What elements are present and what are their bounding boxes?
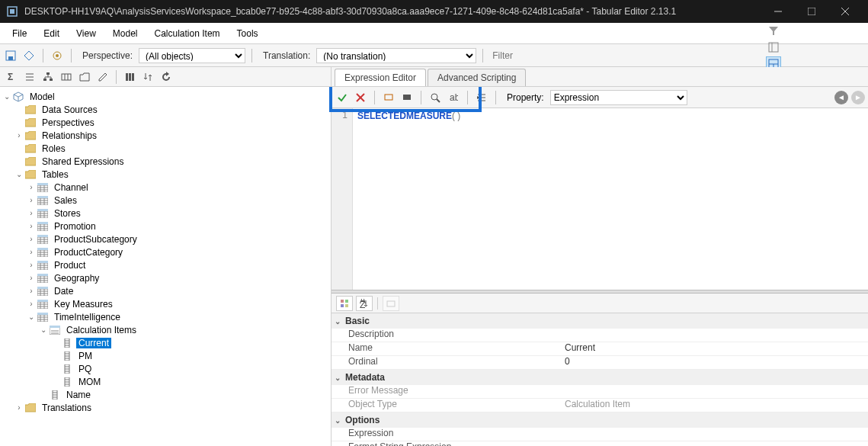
tree-label[interactable]: TimeIntelligence (52, 312, 123, 322)
filter-icon[interactable] (766, 23, 781, 38)
prop-row[interactable]: Expression (332, 428, 868, 441)
tree-node[interactable]: ›Promotion (2, 220, 329, 233)
tree-label[interactable]: Promotion (52, 221, 98, 232)
tree-node[interactable]: ·PM (2, 349, 329, 362)
tree-label[interactable]: Relationships (40, 130, 99, 141)
expand-icon[interactable]: › (26, 300, 37, 308)
collapse-icon[interactable]: ⌄ (26, 313, 37, 321)
edit-icon[interactable] (94, 69, 111, 85)
refresh-icon[interactable] (158, 69, 175, 85)
nav-forward-button[interactable]: ► (851, 91, 865, 104)
tree-node[interactable]: ›Date (2, 284, 329, 297)
menu-tools[interactable]: Tools (229, 25, 266, 42)
tree-label[interactable]: PM (76, 351, 94, 361)
expand-icon[interactable]: › (26, 274, 37, 282)
nav-back-button[interactable]: ◄ (834, 91, 848, 104)
collapse-icon[interactable]: ⌄ (335, 416, 345, 425)
tree-label[interactable]: Date (52, 286, 75, 297)
tree-label[interactable]: Sales (52, 195, 79, 206)
folder-icon[interactable] (76, 69, 93, 85)
collapse-icon[interactable]: ⌄ (2, 92, 12, 101)
prop-row[interactable]: NameCurrent (332, 342, 868, 356)
tree-label[interactable]: ProductSubcategory (52, 234, 139, 245)
connect-icon[interactable] (50, 48, 65, 63)
filter-input[interactable] (489, 48, 678, 63)
code-editor[interactable]: 1 SELECTEDMEASURE( ) (332, 108, 868, 290)
tree-node[interactable]: ›Key Measures (2, 297, 329, 310)
collapse-icon[interactable]: ⌄ (335, 374, 345, 382)
menu-edit[interactable]: Edit (36, 25, 67, 42)
expand-icon[interactable]: › (14, 131, 24, 140)
hierarchy-icon[interactable] (40, 69, 56, 85)
translation-select[interactable]: (No translation) (316, 48, 476, 63)
find-icon[interactable] (428, 90, 443, 105)
tree-node[interactable]: ⌄Model (2, 90, 329, 103)
prop-row[interactable]: Format String Expression (332, 441, 868, 446)
tree-node[interactable]: ·Current (2, 336, 329, 349)
prop-row[interactable]: Description (332, 329, 868, 342)
sigma-icon[interactable]: Σ (3, 69, 20, 85)
tree-label[interactable]: MOM (76, 377, 103, 387)
tree-node[interactable]: ·Name (2, 388, 329, 401)
perspective-select[interactable]: (All objects) (139, 48, 245, 63)
tree-label[interactable]: Key Measures (52, 299, 115, 310)
tree-node[interactable]: ›Relationships (2, 129, 329, 142)
expand-icon[interactable]: › (26, 196, 37, 204)
tree-label[interactable]: Shared Expressions (40, 156, 126, 167)
tree-label[interactable]: Roles (40, 143, 68, 154)
prop-alpha-icon[interactable]: AZ (356, 296, 373, 311)
menu-model[interactable]: Model (105, 25, 146, 42)
uncomment-icon[interactable] (399, 90, 415, 105)
tree-label[interactable]: Translations (40, 403, 94, 413)
collapse-icon[interactable]: ⌄ (14, 170, 24, 178)
tree-node[interactable]: ·Shared Expressions (2, 155, 329, 168)
tree-label[interactable]: Geography (52, 273, 101, 284)
expand-icon[interactable]: › (26, 235, 37, 243)
tree-node[interactable]: ›Translations (2, 401, 329, 414)
tree-label[interactable]: Stores (52, 208, 83, 219)
tree-label[interactable]: Name (64, 390, 93, 400)
close-button[interactable] (828, 0, 862, 23)
indent-icon[interactable] (474, 90, 489, 105)
tree-label[interactable]: ProductCategory (52, 247, 125, 258)
prop-category[interactable]: ⌄Basic (332, 313, 868, 329)
tree-label[interactable]: Current (76, 338, 111, 348)
tree-node[interactable]: ›Stores (2, 207, 329, 220)
model-tree[interactable]: ⌄Model·Data Sources·Perspectives›Relatio… (0, 87, 331, 417)
tree-label[interactable]: Perspectives (40, 117, 97, 128)
menu-calcitem[interactable]: Calculation Item (147, 25, 228, 42)
columns-icon[interactable] (121, 69, 138, 85)
collapse-icon[interactable]: ⌄ (38, 326, 49, 334)
tree-node[interactable]: ›ProductSubcategory (2, 233, 329, 245)
prop-value[interactable] (560, 441, 868, 446)
layout1-icon[interactable] (766, 40, 781, 55)
prop-pages-icon[interactable] (383, 296, 399, 311)
expand-icon[interactable]: › (26, 183, 37, 191)
replace-icon[interactable]: ab (446, 90, 461, 105)
tree-node[interactable]: ⌄Tables (2, 168, 329, 181)
prop-value[interactable]: Current (560, 342, 868, 355)
tree-node[interactable]: ›Product (2, 258, 329, 271)
property-select[interactable]: Expression (550, 90, 687, 105)
tree-label[interactable]: Product (52, 260, 88, 271)
expand-icon[interactable]: › (26, 287, 37, 295)
prop-category[interactable]: ⌄Metadata (332, 370, 868, 385)
tree-label[interactable]: Tables (40, 169, 71, 180)
tree-node[interactable]: ·PQ (2, 362, 329, 375)
deploy-icon[interactable] (21, 48, 37, 63)
prop-value[interactable] (560, 329, 868, 342)
list-icon[interactable] (21, 69, 38, 85)
tree-node[interactable]: ⌄Calculation Items (2, 323, 329, 336)
tree-label[interactable]: Calculation Items (64, 325, 139, 335)
prop-categorized-icon[interactable] (336, 296, 353, 311)
tree-node[interactable]: ⌄TimeIntelligence (2, 310, 329, 323)
tree-node[interactable]: ›Channel (2, 181, 329, 194)
tree-node[interactable]: ·Roles (2, 142, 329, 155)
expand-icon[interactable]: › (26, 261, 37, 269)
expand-icon[interactable]: › (26, 248, 37, 256)
tab-expression-editor[interactable]: Expression Editor (335, 69, 426, 86)
prop-row[interactable]: Ordinal0 (332, 356, 868, 370)
tree-node[interactable]: ·Perspectives (2, 116, 329, 129)
minimize-button[interactable] (761, 0, 795, 23)
tree-label[interactable]: Model (27, 91, 57, 102)
